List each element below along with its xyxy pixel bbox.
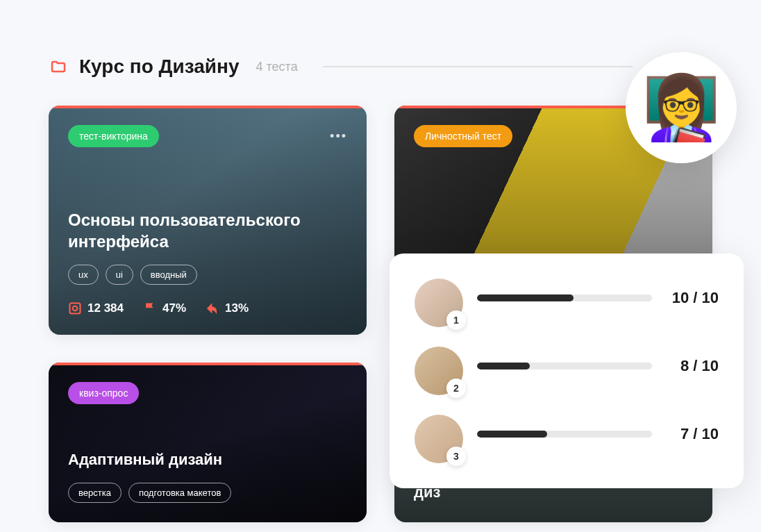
flag-icon [143, 301, 157, 315]
card-stats: 12 384 47% 13% [68, 301, 347, 315]
score-label: 10 / 10 [663, 289, 719, 307]
progress-bar [477, 431, 652, 438]
leaderboard-row[interactable]: 2 8 / 10 [415, 347, 719, 395]
header-divider [323, 66, 633, 67]
views-icon [68, 301, 82, 315]
page-title: Курс по Дизайну [79, 56, 240, 78]
teacher-emoji: 👩‍🏫 [642, 72, 720, 144]
card-tags: верстка подготовка макетов [68, 483, 347, 503]
course-card[interactable]: квиз-опрос Адаптивный дизайн верстка под… [49, 363, 367, 522]
rank-badge: 2 [446, 379, 466, 398]
svg-point-2 [73, 306, 78, 311]
teacher-avatar[interactable]: 👩‍🏫 [626, 52, 737, 163]
rank-badge: 3 [446, 447, 466, 466]
tag[interactable]: ui [106, 265, 133, 285]
user-avatar[interactable]: 2 [415, 347, 463, 395]
tag[interactable]: вводный [140, 265, 197, 285]
user-avatar[interactable]: 1 [415, 279, 463, 327]
svg-rect-1 [70, 304, 81, 314]
card-title: Адаптивный дизайн [68, 450, 347, 470]
card-tags: ux ui вводный [68, 265, 347, 285]
leaderboard-row[interactable]: 1 10 / 10 [415, 279, 719, 327]
card-badge: Личностный тест [414, 125, 512, 147]
leaderboard-panel: 1 10 / 10 2 8 / 10 3 [390, 253, 744, 488]
progress-bar [477, 363, 652, 369]
rank-badge: 1 [446, 310, 466, 330]
views-count: 12 384 [87, 301, 124, 315]
page-header: Курс по Дизайну 4 теста ••• [49, 56, 712, 78]
completion-rate: 47% [162, 301, 186, 315]
card-title: Основы пользовательского интерфейса [68, 209, 347, 252]
card-badge: тест-викторина [68, 125, 159, 147]
card-badge: квиз-опрос [68, 382, 139, 404]
score-label: 7 / 10 [663, 425, 719, 443]
course-card[interactable]: тест-викторина ••• Основы пользовательск… [49, 106, 367, 335]
user-avatar[interactable]: 3 [415, 415, 463, 463]
leaderboard-row[interactable]: 3 7 / 10 [415, 415, 719, 463]
share-rate: 13% [225, 301, 249, 315]
score-label: 8 / 10 [663, 357, 719, 375]
tag[interactable]: верстка [68, 483, 122, 503]
folder-icon [49, 58, 68, 75]
test-count: 4 теста [256, 60, 298, 74]
tag[interactable]: подготовка макетов [128, 483, 231, 503]
share-icon [206, 301, 219, 315]
progress-bar [477, 294, 652, 301]
card-more-menu[interactable]: ••• [330, 129, 347, 144]
tag[interactable]: ux [68, 265, 99, 285]
